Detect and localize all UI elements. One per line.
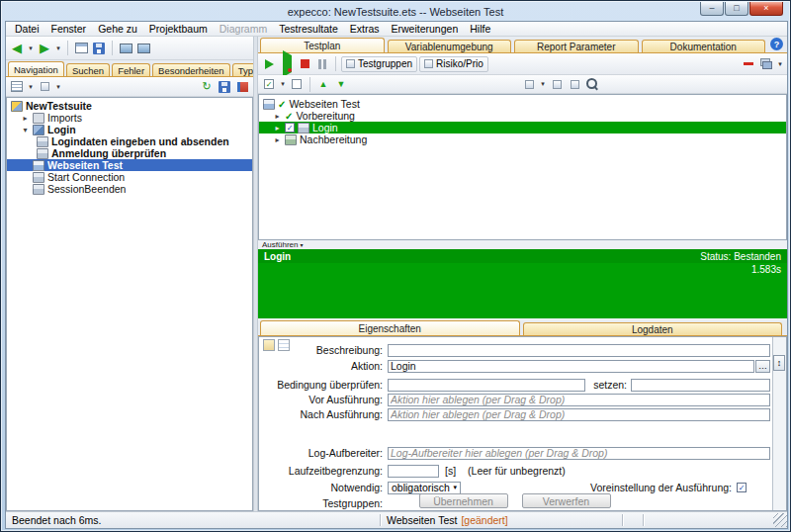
testplan-item-nachbereitung[interactable]: ▸ Nachbereitung (259, 133, 786, 145)
insert-node-button[interactable] (521, 75, 537, 93)
resize-grip[interactable] (773, 513, 787, 527)
voreinstellung-checkbox[interactable]: ✓ (737, 483, 747, 492)
result-stack-button[interactable] (758, 55, 774, 73)
execution-mode-dropdown[interactable]: Ausführen ▾ (258, 240, 787, 249)
uncheck-button[interactable] (289, 75, 305, 93)
close-button[interactable]: × (749, 2, 783, 16)
titlebar[interactable]: expecco: NewTestsuite.ets -- Webseiten T… (2, 2, 789, 21)
tree-item-login[interactable]: ▾ Login (7, 124, 252, 135)
category-view-button[interactable] (37, 78, 52, 96)
log-aufbereiter-dropzone[interactable] (388, 447, 770, 460)
uebernehmen-button[interactable]: Übernehmen (419, 493, 508, 508)
remote-monitor-button[interactable] (135, 40, 151, 57)
local-monitor-button[interactable] (118, 40, 133, 57)
tree-item-anmeldung[interactable]: Anmeldung überprüfen (7, 147, 252, 159)
tree-item-sessionbeenden[interactable]: SessionBeenden (7, 183, 252, 195)
expander-icon[interactable]: ▸ (273, 135, 282, 144)
result-stack-dropdown[interactable]: ▾ (776, 55, 784, 73)
stop-button[interactable] (297, 55, 312, 73)
tab-report-parameter[interactable]: Report Parameter (514, 40, 639, 52)
tree-item-newtestsuite[interactable]: NewTestsuite (7, 100, 252, 112)
reload-button[interactable]: ↻ (199, 78, 215, 96)
tree-item-webseiten-test[interactable]: Webseiten Test (7, 159, 252, 171)
setzen-input[interactable] (631, 379, 770, 392)
menu-item-hilfe[interactable]: Hilfe (464, 23, 496, 35)
move-down-button[interactable]: ▼ (333, 75, 349, 93)
menu-item-projektbaum[interactable]: Projektbaum (143, 23, 214, 35)
tab-eigenschaften[interactable]: Eigenschaften (260, 320, 520, 335)
tree-item-start-connection[interactable]: Start Connection (7, 171, 252, 183)
menu-item-diagramm[interactable]: Diagramm (214, 23, 273, 35)
save-suite-button[interactable] (91, 40, 107, 57)
remove-result-button[interactable] (741, 55, 756, 73)
laufzeit-input[interactable] (388, 465, 439, 478)
library-button[interactable] (234, 78, 250, 96)
tree-item-imports[interactable]: ▸ Imports (7, 112, 252, 124)
back-history-dropdown[interactable]: ▾ (27, 40, 35, 57)
verwerfen-button[interactable]: Verwerfen (522, 493, 611, 508)
new-window-button[interactable] (73, 40, 89, 57)
testplan-item-login[interactable]: ▸ ✓ Login (259, 122, 786, 133)
category-view-dropdown[interactable]: ▾ (54, 78, 62, 96)
menu-item-erweiterungen[interactable]: Erweiterungen (386, 23, 465, 35)
aktion-input[interactable] (388, 360, 754, 373)
log-aufbereiter-row: Log-Aufbereiter: (259, 446, 770, 460)
pause-button[interactable] (314, 55, 330, 73)
bedingung-row: Bedingung überprüfen: setzen: (259, 378, 770, 392)
forward-button[interactable]: ▶ (37, 40, 52, 57)
tab-besonderheiten[interactable]: Besonderheiten (152, 63, 230, 76)
testplan-item-webseiten-test[interactable]: ✓ Webseiten Test (259, 98, 786, 110)
check-all-button[interactable]: ✓ (261, 75, 277, 93)
nach-ausfuehrung-dropzone[interactable] (388, 408, 770, 421)
tab-navigation[interactable]: Navigation (8, 61, 64, 76)
tab-fehler[interactable]: Fehler (112, 63, 150, 76)
forward-history-dropdown[interactable]: ▾ (54, 40, 62, 57)
run-button[interactable] (261, 55, 277, 73)
maximize-button[interactable]: □ (725, 2, 748, 16)
forward-icon: ▶ (40, 42, 49, 54)
search-button[interactable] (584, 75, 600, 93)
move-up-button[interactable]: ▲ (315, 75, 331, 93)
checkbox-icon: ✓ (264, 79, 274, 89)
menu-item-testresultate[interactable]: Testresultate (273, 23, 344, 35)
bedingung-input[interactable] (388, 379, 585, 392)
columns-button[interactable] (567, 75, 582, 93)
risiko-prio-toggle[interactable]: Risiko/Prio (419, 56, 488, 72)
expander-icon[interactable]: ▸ (273, 112, 282, 121)
debug-run-button[interactable] (279, 55, 295, 73)
status-message: Beendet nach 6ms. (6, 514, 380, 526)
vor-ausfuehrung-dropzone[interactable] (388, 394, 770, 406)
tab-variablenumgebung[interactable]: Variablenumgebung (388, 40, 512, 52)
action-icon (37, 136, 48, 147)
menu-item-extras[interactable]: Extras (344, 23, 386, 35)
testgroups-icon (346, 59, 355, 68)
save-button[interactable] (217, 78, 232, 96)
testgruppen-toggle[interactable]: Testgruppen (341, 56, 417, 72)
tab-dokumentation[interactable]: Dokumentation (642, 40, 766, 52)
tab-suchen[interactable]: Suchen (66, 63, 110, 76)
resize-updown-button[interactable]: ↕ (773, 355, 785, 371)
expander-icon[interactable]: ▾ (21, 126, 30, 134)
help-button[interactable]: ? (770, 38, 783, 50)
check-all-dropdown[interactable]: ▾ (279, 75, 287, 93)
insert-node-dropdown[interactable]: ▾ (539, 75, 547, 93)
back-button[interactable]: ◀ (9, 40, 25, 57)
expander-icon[interactable]: ▸ (273, 124, 282, 133)
notwendig-select[interactable]: obligatorisch ▾ (388, 482, 461, 494)
window-controls: – □ × (699, 2, 783, 16)
menu-item-fenster[interactable]: Fenster (45, 23, 93, 35)
beschreibung-input[interactable] (388, 344, 770, 357)
menu-item-datei[interactable]: Datei (9, 23, 45, 35)
minimize-button[interactable]: – (700, 2, 724, 16)
expander-icon[interactable]: ▸ (21, 114, 30, 123)
aktion-browse-button[interactable]: … (755, 360, 770, 373)
tab-logdaten[interactable]: Logdaten (523, 322, 783, 335)
filter-button[interactable] (549, 75, 565, 93)
tree-view-dropdown[interactable]: ▾ (27, 78, 35, 96)
tree-item-logindaten[interactable]: Logindaten eingeben und absenden (7, 135, 252, 147)
menu-item-gehe-zu[interactable]: Gehe zu (92, 23, 143, 35)
enabled-checkbox[interactable]: ✓ (285, 123, 295, 133)
tree-view-button[interactable] (9, 78, 25, 96)
tab-testplan[interactable]: Testplan (260, 38, 385, 52)
testplan-item-vorbereitung[interactable]: ▸ ✓ Vorbereitung (259, 110, 786, 122)
